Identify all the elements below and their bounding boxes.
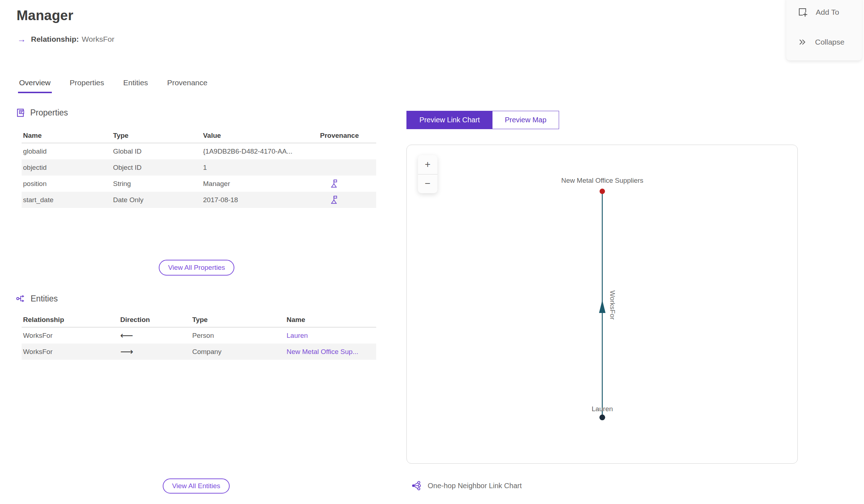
collapse-label: Collapse bbox=[815, 38, 845, 46]
tab-overview[interactable]: Overview bbox=[18, 78, 52, 93]
entities-table-header: Relationship Direction Type Name bbox=[22, 312, 376, 327]
col-header-direction: Direction bbox=[119, 316, 191, 324]
properties-icon bbox=[16, 108, 26, 118]
link-chart-canvas[interactable]: New Metal Office Suppliers WorksFor Laur… bbox=[407, 145, 797, 463]
relationship-detail-page: Manager → Relationship: WorksFor Add To … bbox=[0, 0, 864, 504]
chevrons-right-icon bbox=[798, 37, 807, 47]
col-header-type: Type bbox=[191, 316, 285, 324]
collapse-button[interactable]: Collapse bbox=[798, 37, 845, 47]
entities-table: Relationship Direction Type Name WorksFo… bbox=[22, 312, 376, 360]
entity-type: Company bbox=[191, 348, 285, 356]
entities-section-header: Entities bbox=[16, 294, 58, 304]
property-type: String bbox=[112, 180, 202, 188]
col-header-type: Type bbox=[112, 132, 202, 140]
entity-name-link[interactable]: Lauren bbox=[287, 332, 308, 339]
view-all-entities-button[interactable]: View All Entities bbox=[163, 478, 230, 494]
tab-entities[interactable]: Entities bbox=[122, 78, 149, 93]
property-value: Manager bbox=[202, 180, 319, 188]
link-chart-panel[interactable]: New Metal Office Suppliers WorksFor Laur… bbox=[406, 145, 798, 464]
provenance-flag-icon[interactable] bbox=[329, 179, 338, 189]
zoom-out-button[interactable]: − bbox=[418, 174, 437, 194]
table-row: WorksFor ⟶ Company New Metal Office Sup.… bbox=[22, 344, 376, 360]
property-provenance bbox=[319, 179, 376, 189]
table-row: objectid Object ID 1 bbox=[22, 159, 376, 176]
add-to-label: Add To bbox=[816, 8, 839, 17]
edge-label: WorksFor bbox=[609, 290, 616, 320]
node-label-person: Lauren bbox=[592, 405, 613, 413]
direction-arrow-right-icon: ⟶ bbox=[119, 346, 191, 357]
col-header-value: Value bbox=[202, 132, 319, 140]
property-type: Object ID bbox=[112, 164, 202, 172]
table-row: WorksFor ⟵ Person Lauren bbox=[22, 327, 376, 344]
node-person[interactable] bbox=[599, 414, 605, 420]
entity-name-link[interactable]: New Metal Office Sup... bbox=[287, 348, 358, 355]
actions-card: Add To Collapse bbox=[786, 0, 862, 60]
preview-map-button[interactable]: Preview Map bbox=[492, 111, 559, 129]
relationship-label: Relationship: bbox=[31, 35, 79, 44]
tab-properties[interactable]: Properties bbox=[69, 78, 105, 93]
property-name: globalid bbox=[22, 147, 112, 155]
preview-toggle: Preview Link Chart Preview Map bbox=[406, 111, 559, 129]
chart-caption-label: One-hop Neighbor Link Chart bbox=[428, 482, 522, 490]
col-header-provenance: Provenance bbox=[319, 132, 376, 140]
direction-arrow-left-icon: ⟵ bbox=[119, 330, 191, 341]
entities-section-title: Entities bbox=[31, 294, 58, 304]
provenance-flag-icon[interactable] bbox=[329, 195, 338, 205]
view-all-properties-button[interactable]: View All Properties bbox=[159, 260, 234, 276]
entities-icon bbox=[16, 294, 26, 304]
col-header-name: Name bbox=[22, 132, 112, 140]
entity-relationship: WorksFor bbox=[22, 348, 119, 356]
table-row: globalid Global ID {1A9DB2B6-D482-4170-A… bbox=[22, 143, 376, 159]
property-provenance bbox=[319, 195, 376, 205]
properties-table-header: Name Type Value Provenance bbox=[22, 128, 376, 143]
property-type: Global ID bbox=[112, 147, 202, 155]
properties-section-title: Properties bbox=[30, 108, 68, 118]
property-value: 1 bbox=[202, 164, 319, 172]
node-label-company: New Metal Office Suppliers bbox=[561, 177, 643, 184]
relationship-value: WorksFor bbox=[82, 35, 114, 44]
relationship-subtitle: → Relationship: WorksFor bbox=[17, 35, 114, 44]
page-title: Manager bbox=[17, 8, 73, 23]
property-type: Date Only bbox=[112, 196, 202, 204]
add-to-icon bbox=[798, 7, 808, 17]
property-name: objectid bbox=[22, 164, 112, 172]
table-row: start_date Date Only 2017-08-18 bbox=[22, 192, 376, 208]
entity-relationship: WorksFor bbox=[22, 332, 119, 340]
relationship-arrow-icon: → bbox=[17, 35, 26, 44]
col-header-relationship: Relationship bbox=[22, 316, 119, 324]
tab-provenance[interactable]: Provenance bbox=[166, 78, 208, 93]
preview-link-chart-button[interactable]: Preview Link Chart bbox=[407, 111, 492, 129]
one-hop-link-chart-icon bbox=[411, 481, 422, 491]
property-name: position bbox=[22, 180, 112, 188]
table-row: position String Manager bbox=[22, 176, 376, 192]
zoom-in-button[interactable]: + bbox=[418, 155, 437, 174]
entity-type: Person bbox=[191, 332, 285, 340]
property-name: start_date bbox=[22, 196, 112, 204]
property-value: 2017-08-18 bbox=[202, 196, 319, 204]
node-company[interactable] bbox=[600, 189, 605, 194]
add-to-button[interactable]: Add To bbox=[798, 7, 839, 17]
col-header-name: Name bbox=[285, 316, 376, 324]
zoom-control: + − bbox=[418, 155, 437, 193]
property-value: {1A9DB2B6-D482-4170-AA... bbox=[202, 147, 319, 155]
tab-bar: Overview Properties Entities Provenance bbox=[18, 78, 208, 93]
chart-caption: One-hop Neighbor Link Chart bbox=[411, 481, 522, 491]
properties-table: Name Type Value Provenance globalid Glob… bbox=[22, 128, 376, 208]
properties-section-header: Properties bbox=[16, 108, 68, 118]
